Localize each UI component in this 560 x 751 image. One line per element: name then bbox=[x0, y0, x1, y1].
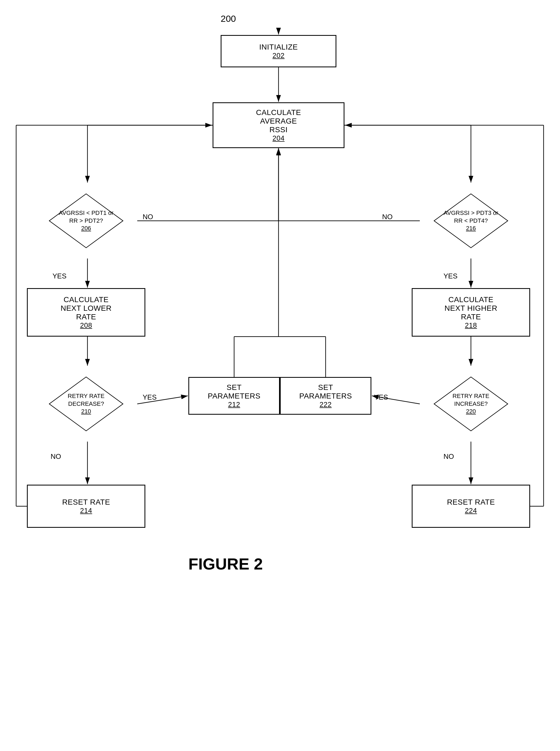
decision-216-text: AVGRSSI > PDT3 orRR < PDT4?216 bbox=[439, 209, 503, 232]
set-params-222-box: SETPARAMETERS 222 bbox=[280, 377, 372, 415]
label-206-no: NO bbox=[143, 213, 153, 221]
decision-206: AVGRSSI < PDT1 orRR > PDT2?206 bbox=[35, 183, 137, 258]
set-params-222-ref: 222 bbox=[320, 400, 332, 409]
label-216-yes: YES bbox=[443, 272, 458, 280]
calc-next-lower-box: CALCULATENEXT LOWERRATE 208 bbox=[27, 288, 145, 336]
label-216-no: NO bbox=[382, 213, 393, 221]
calc-next-higher-label: CALCULATENEXT HIGHERRATE bbox=[444, 295, 497, 321]
figure-caption: FIGURE 2 bbox=[188, 555, 263, 573]
label-220-no: NO bbox=[443, 452, 454, 461]
calc-next-higher-ref: 218 bbox=[465, 321, 477, 330]
decision-216: AVGRSSI > PDT3 orRR < PDT4?216 bbox=[420, 183, 522, 258]
set-params-212-label: SETPARAMETERS bbox=[208, 383, 260, 400]
set-params-212-ref: 212 bbox=[228, 400, 240, 409]
reset-rate-224-box: RESET RATE 224 bbox=[412, 485, 530, 528]
initialize-ref: 202 bbox=[273, 52, 285, 60]
decision-210: RETRY RATEDECREASE?210 bbox=[35, 366, 137, 442]
label-206-yes: YES bbox=[53, 272, 66, 280]
flowchart-diagram: 200 INITIALIZE 202 CALCULATEAVERAGERSSI … bbox=[0, 0, 560, 751]
calc-avg-rssi-label: CALCULATEAVERAGERSSI bbox=[256, 108, 301, 134]
reset-rate-224-label: RESET RATE bbox=[447, 498, 495, 506]
decision-220-text: RETRY RATEINCREASE?220 bbox=[441, 392, 501, 416]
reset-rate-224-ref: 224 bbox=[465, 506, 477, 515]
diagram-ref: 200 bbox=[221, 14, 236, 24]
label-210-yes: YES bbox=[143, 393, 157, 402]
decision-206-text: AVGRSSI < PDT1 orRR > PDT2?206 bbox=[54, 209, 118, 232]
calc-next-higher-box: CALCULATENEXT HIGHERRATE 218 bbox=[412, 288, 530, 336]
set-params-222-label: SETPARAMETERS bbox=[299, 383, 352, 400]
calc-avg-rssi-ref: 204 bbox=[273, 134, 285, 142]
reset-rate-214-box: RESET RATE 214 bbox=[27, 485, 145, 528]
calc-next-lower-label: CALCULATENEXT LOWERRATE bbox=[61, 295, 112, 321]
reset-rate-214-label: RESET RATE bbox=[62, 498, 110, 506]
initialize-label: INITIALIZE bbox=[259, 43, 298, 52]
initialize-box: INITIALIZE 202 bbox=[221, 35, 336, 67]
calc-next-lower-ref: 208 bbox=[80, 321, 92, 330]
decision-210-text: RETRY RATEDECREASE?210 bbox=[57, 392, 116, 416]
decision-220: RETRY RATEINCREASE?220 bbox=[420, 366, 522, 442]
label-220-yes: YES bbox=[374, 393, 388, 402]
set-params-212-box: SETPARAMETERS 212 bbox=[188, 377, 280, 415]
label-210-no: NO bbox=[51, 452, 61, 461]
calc-avg-rssi-box: CALCULATEAVERAGERSSI 204 bbox=[213, 102, 344, 148]
reset-rate-214-ref: 214 bbox=[80, 506, 92, 515]
